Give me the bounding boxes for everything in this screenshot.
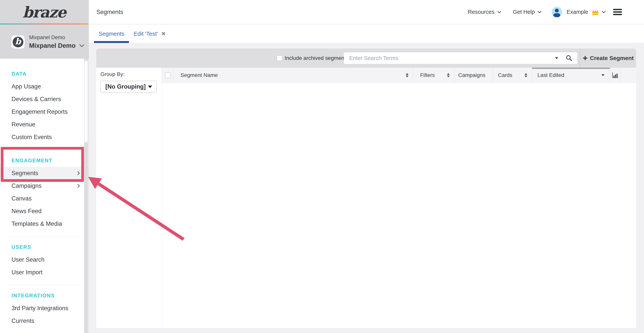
- chevron-down-icon: [497, 11, 502, 14]
- nav-section-users: USERS User Search User Import: [0, 241, 88, 279]
- group-by-label: Group By:: [100, 71, 124, 77]
- select-caret-icon: [148, 86, 152, 88]
- user-avatar[interactable]: [552, 7, 562, 17]
- workspace-name: Mixpanel Demo: [29, 42, 76, 49]
- sort-icon[interactable]: [524, 73, 527, 77]
- chevron-right-icon: [77, 171, 80, 175]
- crown-icon: [591, 9, 599, 16]
- sidebar-item-revenue[interactable]: Revenue: [0, 118, 88, 131]
- sidebar-header: braze b Mixpanel Demo Mixpanel Demo: [0, 0, 88, 59]
- workspace-selector[interactable]: b Mixpanel Demo Mixpanel Demo: [12, 35, 85, 49]
- sidebar-scrollbar-thumb[interactable]: [84, 61, 88, 142]
- header-filler-cell: [620, 68, 636, 83]
- sidebar-item-user-import[interactable]: User Import: [0, 266, 88, 279]
- search-dropdown-caret-icon[interactable]: [555, 57, 558, 59]
- main-area: Segments Resources Get Help Example: [89, 0, 644, 333]
- chevron-down-icon[interactable]: [602, 11, 606, 14]
- workspace-company-label: Mixpanel Demo: [29, 35, 85, 41]
- nav-header-data: DATA: [0, 68, 88, 80]
- sidebar-item-templates-media[interactable]: Templates & Media: [0, 217, 88, 230]
- sidebar-item-engagement-reports[interactable]: Engagement Reports: [0, 106, 88, 118]
- segments-toolbar: Include archived segments Enter Search T…: [96, 49, 636, 68]
- braze-b-icon: b: [13, 37, 24, 47]
- user-name: Example: [566, 9, 588, 15]
- topbar: Segments Resources Get Help Example: [89, 0, 644, 24]
- nav-header-engagement: ENGAGEMENT: [0, 154, 88, 167]
- segments-panel: Include archived segments Enter Search T…: [96, 49, 636, 328]
- sidebar-item-devices-carriers[interactable]: Devices & Carriers: [0, 93, 88, 106]
- group-by-select[interactable]: [No Grouping]: [100, 81, 157, 93]
- chevron-down-icon: [538, 11, 542, 14]
- sort-icon[interactable]: [406, 73, 408, 77]
- nav-section-integrations: INTEGRATIONS 3rd Party Integrations Curr…: [0, 289, 88, 327]
- tab-edit-test[interactable]: Edit 'Test' ✖: [129, 24, 170, 43]
- column-segment-name[interactable]: Segment Name: [174, 68, 413, 83]
- close-tab-icon[interactable]: ✖: [162, 31, 166, 37]
- segments-table: Segment Name Filters Campaigns Cards: [162, 68, 636, 328]
- sidebar-item-currents[interactable]: Currents: [0, 314, 88, 327]
- sort-descending-icon: [602, 74, 604, 76]
- get-help-menu[interactable]: Get Help: [513, 9, 542, 15]
- sidebar-item-news-feed[interactable]: News Feed: [0, 205, 88, 217]
- group-by-panel: Group By: [No Grouping]: [96, 68, 162, 328]
- column-last-edited[interactable]: Last Edited: [532, 68, 610, 83]
- sort-icon[interactable]: [447, 73, 450, 77]
- bar-chart-icon: [612, 72, 619, 79]
- chevron-right-icon: [77, 184, 80, 188]
- column-filters[interactable]: Filters: [413, 68, 454, 83]
- select-all-cell: [162, 68, 174, 83]
- column-analytics[interactable]: [610, 68, 620, 83]
- nav-section-engagement: ENGAGEMENT Segments Campaigns Canvas New…: [0, 154, 88, 230]
- sidebar-nav: DATA App Usage Devices & Carriers Engage…: [0, 59, 88, 327]
- sidebar-item-3rd-party-integrations[interactable]: 3rd Party Integrations: [0, 302, 88, 314]
- sidebar-item-segments[interactable]: Segments: [0, 167, 88, 180]
- include-archived-checkbox[interactable]: [276, 55, 282, 61]
- sidebar-item-user-search[interactable]: User Search: [0, 253, 88, 266]
- table-header-row: Segment Name Filters Campaigns Cards: [162, 68, 636, 83]
- tab-bar: Segments Edit 'Test' ✖: [89, 24, 644, 43]
- braze-logo: braze: [0, 4, 88, 21]
- column-cards[interactable]: Cards: [493, 68, 532, 83]
- nav-header-integrations: INTEGRATIONS: [0, 289, 88, 302]
- resources-menu[interactable]: Resources: [468, 9, 502, 15]
- select-all-checkbox[interactable]: [165, 72, 170, 78]
- nav-section-data: DATA App Usage Devices & Carriers Engage…: [0, 68, 88, 143]
- nav-header-users: USERS: [0, 241, 88, 253]
- sidebar-scrollbar[interactable]: [84, 59, 88, 333]
- sidebar: braze b Mixpanel Demo Mixpanel Demo DATA…: [0, 0, 89, 333]
- chevron-down-icon: [79, 44, 85, 47]
- brand-gradient-divider: [0, 24, 88, 25]
- hamburger-menu-icon[interactable]: [613, 8, 622, 16]
- tab-segments[interactable]: Segments: [94, 24, 129, 43]
- workspace-app-icon: b: [12, 36, 24, 49]
- sidebar-item-app-usage[interactable]: App Usage: [0, 80, 88, 93]
- search-placeholder: Enter Search Terms: [349, 55, 555, 61]
- search-button[interactable]: [566, 55, 572, 61]
- search-icon: [566, 55, 572, 61]
- include-archived-label: Include archived segments: [284, 49, 348, 68]
- search-input[interactable]: Enter Search Terms: [344, 52, 577, 64]
- page-title: Segments: [96, 9, 123, 16]
- sidebar-item-campaigns[interactable]: Campaigns: [0, 180, 88, 192]
- sidebar-item-custom-events[interactable]: Custom Events: [0, 131, 88, 143]
- sidebar-item-canvas[interactable]: Canvas: [0, 192, 88, 205]
- plus-icon: [583, 56, 588, 61]
- avatar-person-icon: [555, 9, 559, 13]
- create-segment-button[interactable]: Create Segment: [580, 49, 636, 68]
- group-by-value: [No Grouping]: [106, 83, 148, 90]
- table-body-empty: [162, 83, 636, 328]
- column-campaigns[interactable]: Campaigns: [454, 68, 493, 83]
